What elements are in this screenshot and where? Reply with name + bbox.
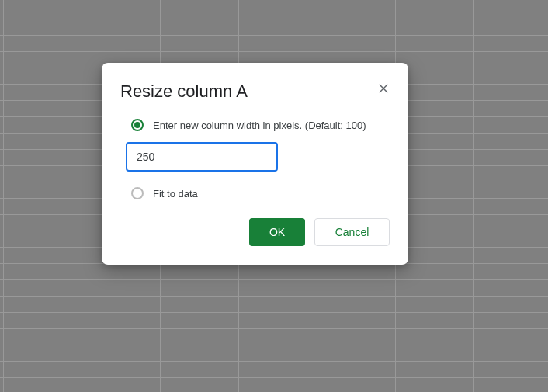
radio-label-fit-to-data: Fit to data bbox=[153, 188, 198, 199]
radio-unselected-icon bbox=[131, 187, 144, 199]
close-icon bbox=[376, 82, 390, 98]
dialog-title: Resize column A bbox=[120, 82, 248, 102]
resize-column-dialog: Resize column A Enter new column width i… bbox=[102, 63, 408, 265]
radio-option-enter-width[interactable]: Enter new column width in pixels. (Defau… bbox=[131, 119, 390, 131]
radio-label-enter-width: Enter new column width in pixels. (Defau… bbox=[153, 120, 366, 131]
close-button[interactable] bbox=[374, 80, 393, 99]
ok-button[interactable]: OK bbox=[249, 218, 305, 246]
radio-selected-icon bbox=[131, 119, 144, 131]
cancel-button[interactable]: Cancel bbox=[314, 218, 390, 246]
radio-option-fit-to-data[interactable]: Fit to data bbox=[131, 187, 390, 199]
column-width-input[interactable] bbox=[126, 142, 278, 172]
